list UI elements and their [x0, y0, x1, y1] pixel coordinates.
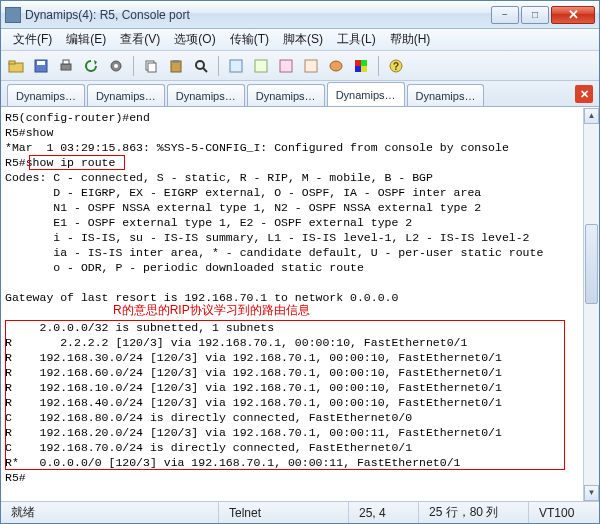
help-icon[interactable]: ?	[385, 55, 407, 77]
tab-session[interactable]: Dynamips…	[87, 84, 165, 106]
svg-rect-21	[355, 66, 361, 72]
menu-help[interactable]: 帮助(H)	[384, 29, 437, 50]
window-title: Dynamips(4): R5, Console port	[25, 8, 491, 22]
app-icon	[5, 7, 21, 23]
tool-bar: ?	[1, 51, 599, 81]
status-protocol: Telnet	[219, 502, 349, 523]
palette-icon[interactable]	[325, 55, 347, 77]
scroll-track[interactable]	[584, 124, 599, 485]
window-buttons: − □ ✕	[491, 6, 595, 24]
prop3-icon[interactable]	[275, 55, 297, 77]
separator-icon	[378, 56, 379, 76]
minimize-button[interactable]: −	[491, 6, 519, 24]
menu-bar: 文件(F) 编辑(E) 查看(V) 选项(O) 传输(T) 脚本(S) 工具(L…	[1, 29, 599, 51]
svg-rect-1	[9, 61, 15, 64]
svg-rect-15	[255, 60, 267, 72]
tab-session[interactable]: Dynamips…	[407, 84, 485, 106]
menu-script[interactable]: 脚本(S)	[277, 29, 329, 50]
save-icon[interactable]	[30, 55, 52, 77]
search-icon[interactable]	[190, 55, 212, 77]
menu-tools[interactable]: 工具(L)	[331, 29, 382, 50]
status-cursor: 25, 4	[349, 502, 419, 523]
title-bar[interactable]: Dynamips(4): R5, Console port − □ ✕	[1, 1, 599, 29]
svg-rect-4	[61, 64, 71, 70]
maximize-button[interactable]: □	[521, 6, 549, 24]
folder-icon[interactable]	[5, 55, 27, 77]
tab-session[interactable]: Dynamips…	[7, 84, 85, 106]
terminal-pane: R5(config-router)#end R5#show *Mar 1 03:…	[1, 107, 599, 501]
svg-line-13	[203, 68, 207, 72]
status-term: VT100	[529, 502, 599, 523]
scroll-down-icon[interactable]: ▼	[584, 485, 599, 501]
menu-transfer[interactable]: 传输(T)	[224, 29, 275, 50]
separator-icon	[133, 56, 134, 76]
app-window: Dynamips(4): R5, Console port − □ ✕ 文件(F…	[0, 0, 600, 524]
tab-bar: Dynamips…Dynamips…Dynamips…Dynamips…Dyna…	[1, 81, 599, 107]
menu-file[interactable]: 文件(F)	[7, 29, 58, 50]
copy-icon[interactable]	[140, 55, 162, 77]
prop1-icon[interactable]	[225, 55, 247, 77]
scroll-thumb[interactable]	[585, 224, 598, 304]
settings-icon[interactable]	[105, 55, 127, 77]
tab-session[interactable]: Dynamips…	[167, 84, 245, 106]
prop2-icon[interactable]	[250, 55, 272, 77]
status-ready: 就绪	[1, 502, 219, 523]
prop4-icon[interactable]	[300, 55, 322, 77]
status-bar: 就绪 Telnet 25, 4 25 行，80 列 VT100	[1, 501, 599, 523]
close-all-tabs-icon[interactable]: ✕	[575, 85, 593, 103]
svg-rect-11	[173, 60, 179, 63]
colors-icon[interactable]	[350, 55, 372, 77]
printer-icon[interactable]	[55, 55, 77, 77]
svg-rect-19	[355, 60, 361, 66]
svg-point-12	[196, 61, 204, 69]
separator-icon	[218, 56, 219, 76]
svg-text:?: ?	[393, 61, 399, 72]
svg-point-7	[114, 64, 118, 68]
refresh-icon[interactable]	[80, 55, 102, 77]
svg-rect-17	[305, 60, 317, 72]
scroll-up-icon[interactable]: ▲	[584, 108, 599, 124]
svg-rect-20	[361, 60, 367, 66]
paste-icon[interactable]	[165, 55, 187, 77]
vertical-scrollbar[interactable]: ▲ ▼	[583, 108, 599, 501]
status-size: 25 行，80 列	[419, 502, 529, 523]
tab-session[interactable]: Dynamips…	[247, 84, 325, 106]
menu-view[interactable]: 查看(V)	[114, 29, 166, 50]
svg-rect-9	[148, 63, 156, 72]
annotation-text: R的意思的RIP协议学习到的路由信息	[113, 302, 310, 319]
svg-point-18	[330, 61, 342, 71]
svg-rect-14	[230, 60, 242, 72]
svg-rect-5	[63, 60, 69, 64]
tab-session[interactable]: Dynamips…	[327, 82, 405, 106]
svg-rect-16	[280, 60, 292, 72]
close-button[interactable]: ✕	[551, 6, 595, 24]
menu-edit[interactable]: 编辑(E)	[60, 29, 112, 50]
menu-options[interactable]: 选项(O)	[168, 29, 221, 50]
svg-rect-22	[361, 66, 367, 72]
svg-rect-3	[37, 61, 45, 65]
